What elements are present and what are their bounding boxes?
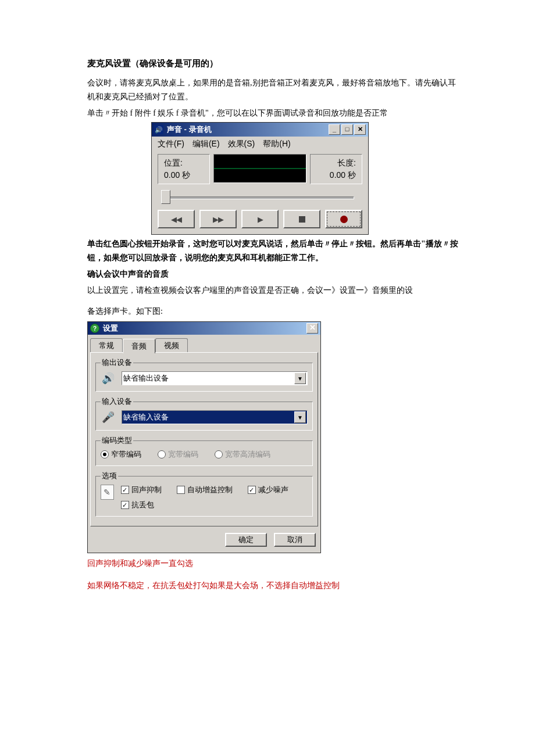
length-value: 0.00 秒 <box>316 169 356 181</box>
tab-audio[interactable]: 音频 <box>123 339 155 353</box>
stop-icon <box>299 216 305 223</box>
note-network: 如果网络不稳定，在抗丢包处打勾如果是大会场，不选择自动增益控制 <box>87 579 459 593</box>
check-echo[interactable]: ✓ 回声抑制 <box>121 485 162 495</box>
settings-panel: 输出设备 🔊 缺省输出设备 ▼ 输入设备 🎤 缺省输入设备 ▼ <box>90 352 318 526</box>
radio-narrowband-label: 窄带编码 <box>111 449 141 460</box>
check-noise[interactable]: ✓ 减少噪声 <box>248 485 288 495</box>
input-device-legend: 输入设备 <box>101 396 133 407</box>
settings-window: ? 设置 ✕ 常规 音频 视频 输出设备 🔊 缺省输出设备 ▼ 输入 <box>87 321 321 553</box>
menu-effect[interactable]: 效果(S) <box>228 139 255 149</box>
options-group: 选项 ✎ ✓ 回声抑制 自动增益控制 ✓ <box>95 471 313 517</box>
codec-group: 编码类型 窄带编码 宽带编码 宽带高清编码 <box>95 435 313 466</box>
settings-app-icon: ? <box>90 324 99 333</box>
record-button[interactable] <box>325 210 362 228</box>
output-device-value: 缺省输出设备 <box>123 373 169 384</box>
maximize-button[interactable]: □ <box>341 124 353 135</box>
length-label: 长度: <box>316 157 356 169</box>
settings-title: 设置 <box>103 323 118 334</box>
radio-narrowband[interactable]: 窄带编码 <box>101 449 141 460</box>
paragraph-path: 单击〃开始 f 附件 f 娱乐 f 录音机"，您可以在以下界面调试录音和回放功能… <box>87 106 459 120</box>
paragraph-check-client-2: 备选择声卡。如下图: <box>87 304 459 318</box>
rewind-icon: ◀◀ <box>171 215 181 224</box>
cancel-button[interactable]: 取消 <box>274 533 316 547</box>
check-agc-label: 自动增益控制 <box>187 485 233 495</box>
menu-edit[interactable]: 编辑(E) <box>192 139 220 149</box>
radio-hd[interactable]: 宽带高清编码 <box>215 449 270 460</box>
output-device-group: 输出设备 🔊 缺省输出设备 ▼ <box>95 357 313 392</box>
check-noise-label: 减少噪声 <box>258 485 288 495</box>
dropdown-arrow-icon: ▼ <box>294 411 306 423</box>
play-icon: ▶ <box>258 215 263 224</box>
check-loss[interactable]: ✓ 抗丢包 <box>121 500 308 510</box>
recorder-menubar: 文件(F) 编辑(E) 效果(S) 帮助(H) <box>152 137 368 152</box>
record-icon <box>340 216 348 223</box>
radio-wideband[interactable]: 宽带编码 <box>158 449 198 460</box>
play-button[interactable]: ▶ <box>241 210 279 228</box>
sound-recorder-window: 🔊 声音 - 录音机 _ □ ✕ 文件(F) 编辑(E) 效果(S) 帮助(H)… <box>151 122 369 235</box>
note-echo-noise: 回声抑制和减少噪声一直勾选 <box>87 557 459 571</box>
paragraph-intro: 会议时，请将麦克风放桌上，如果用的是音箱,别把音箱正对着麦克风，最好将音箱放地下… <box>87 76 459 104</box>
minimize-button[interactable]: _ <box>329 124 340 135</box>
menu-help[interactable]: 帮助(H) <box>263 139 290 149</box>
paragraph-record-instructions: 单击红色圆心按钮开始录音，这时您可以对麦克风说话，然后单击〃停止〃按钮。然后再单… <box>87 237 459 265</box>
output-device-select[interactable]: 缺省输出设备 ▼ <box>122 371 308 385</box>
check-echo-label: 回声抑制 <box>131 485 162 495</box>
dropdown-arrow-icon: ▼ <box>294 372 306 384</box>
page-heading: 麦克风设置（确保设备是可用的） <box>87 58 459 69</box>
codec-legend: 编码类型 <box>101 435 133 446</box>
waveform-display <box>213 154 306 183</box>
forward-button[interactable]: ▶▶ <box>199 210 237 228</box>
paragraph-confirm-quality: 确认会议中声音的音质 <box>87 267 459 281</box>
check-loss-label: 抗丢包 <box>131 500 154 510</box>
position-label: 位置: <box>164 157 204 169</box>
length-box: 长度: 0.00 秒 <box>310 154 362 184</box>
settings-close-button[interactable]: ✕ <box>306 323 318 334</box>
speaker-icon: 🔊 <box>154 125 163 134</box>
radio-wideband-label: 宽带编码 <box>168 449 198 460</box>
slider-thumb[interactable] <box>161 190 170 204</box>
forward-icon: ▶▶ <box>213 215 223 224</box>
recorder-title: 声音 - 录音机 <box>167 124 212 135</box>
options-legend: 选项 <box>101 471 118 481</box>
radio-hd-label: 宽带高清编码 <box>225 449 270 460</box>
input-device-value: 缺省输入设备 <box>123 412 169 422</box>
menu-file[interactable]: 文件(F) <box>158 139 184 149</box>
ok-button[interactable]: 确定 <box>225 533 267 547</box>
settings-titlebar: ? 设置 ✕ <box>88 322 320 335</box>
tab-general[interactable]: 常规 <box>90 338 123 353</box>
rewind-button[interactable]: ◀◀ <box>158 210 195 228</box>
tab-video[interactable]: 视频 <box>155 338 188 353</box>
output-device-legend: 输出设备 <box>101 357 133 368</box>
output-speaker-icon: 🔊 <box>101 372 116 385</box>
close-button[interactable]: ✕ <box>354 124 366 135</box>
input-mic-icon: 🎤 <box>101 411 116 424</box>
recorder-titlebar: 🔊 声音 - 录音机 _ □ ✕ <box>152 123 368 137</box>
position-value: 0.00 秒 <box>164 169 204 181</box>
check-agc[interactable]: 自动增益控制 <box>177 485 233 495</box>
position-slider[interactable] <box>160 189 360 204</box>
paragraph-check-client-1: 以上设置完，请检查视频会议客户端里的声音设置是否正确，会议一》设置一》音频里的设 <box>87 284 459 298</box>
stop-button[interactable] <box>283 210 320 228</box>
settings-tabs: 常规 音频 视频 <box>88 335 320 353</box>
input-device-select[interactable]: 缺省输入设备 ▼ <box>122 410 308 424</box>
edit-icon: ✎ <box>101 485 114 500</box>
input-device-group: 输入设备 🎤 缺省输入设备 ▼ <box>95 396 313 431</box>
position-box: 位置: 0.00 秒 <box>158 154 210 184</box>
